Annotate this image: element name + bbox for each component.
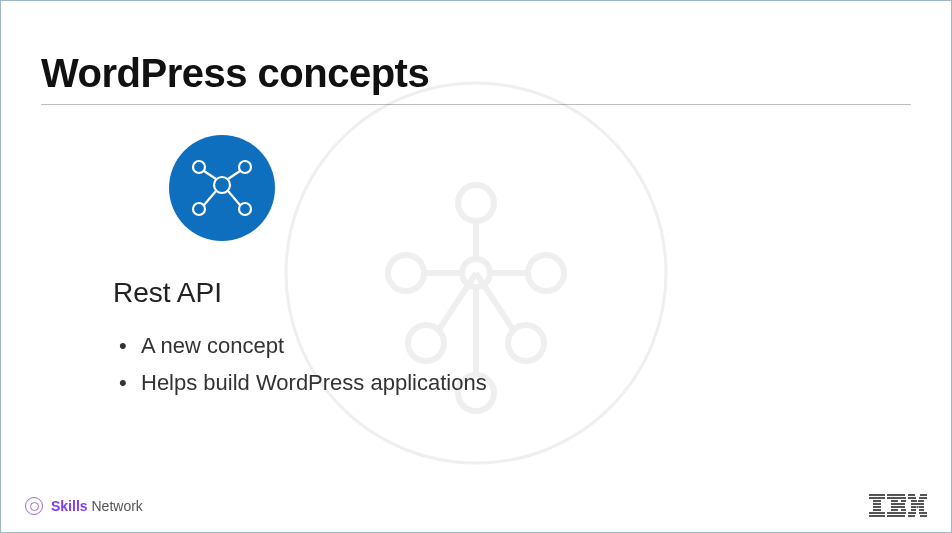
- skills-network-logo: Skills Network: [25, 497, 143, 515]
- brand-light: Network: [91, 498, 142, 514]
- svg-rect-27: [873, 503, 881, 505]
- svg-rect-51: [919, 506, 924, 508]
- svg-rect-39: [901, 509, 906, 511]
- svg-rect-43: [920, 494, 927, 496]
- slide-title: WordPress concepts: [41, 51, 911, 105]
- svg-rect-29: [873, 509, 881, 511]
- svg-rect-38: [891, 509, 898, 511]
- bullet-list: A new concept Helps build WordPress appl…: [113, 327, 911, 402]
- svg-rect-24: [869, 494, 885, 496]
- brand-text: Skills Network: [51, 498, 143, 514]
- svg-rect-48: [911, 503, 924, 505]
- svg-rect-41: [887, 515, 905, 517]
- content-block: Rest API A new concept Helps build WordP…: [41, 135, 911, 402]
- svg-rect-44: [908, 497, 916, 499]
- svg-rect-56: [908, 515, 915, 517]
- svg-rect-36: [891, 503, 905, 505]
- svg-rect-47: [918, 500, 924, 502]
- svg-rect-33: [887, 497, 906, 499]
- network-icon: [169, 135, 911, 245]
- svg-rect-42: [908, 494, 915, 496]
- svg-rect-55: [919, 512, 927, 514]
- svg-rect-50: [917, 506, 919, 508]
- svg-rect-45: [919, 497, 927, 499]
- svg-rect-30: [869, 512, 885, 514]
- bullet-item: A new concept: [119, 327, 911, 364]
- svg-rect-34: [891, 500, 898, 502]
- svg-rect-37: [891, 506, 905, 508]
- skills-network-icon: [25, 497, 43, 515]
- svg-point-14: [169, 135, 275, 241]
- svg-rect-53: [919, 509, 924, 511]
- slide: WordPress concepts: [1, 1, 951, 532]
- svg-rect-49: [911, 506, 916, 508]
- footer: Skills Network: [1, 494, 951, 518]
- bullet-item: Helps build WordPress applications: [119, 364, 911, 401]
- svg-rect-35: [901, 500, 906, 502]
- svg-rect-26: [873, 500, 881, 502]
- svg-rect-52: [911, 509, 916, 511]
- svg-rect-57: [920, 515, 927, 517]
- ibm-logo: [869, 494, 927, 518]
- svg-rect-28: [873, 506, 881, 508]
- svg-rect-25: [869, 497, 885, 499]
- section-heading: Rest API: [113, 277, 911, 309]
- brand-strong: Skills: [51, 498, 88, 514]
- svg-rect-31: [869, 515, 885, 517]
- svg-rect-46: [911, 500, 917, 502]
- svg-rect-32: [887, 494, 905, 496]
- svg-rect-40: [887, 512, 906, 514]
- svg-rect-54: [908, 512, 916, 514]
